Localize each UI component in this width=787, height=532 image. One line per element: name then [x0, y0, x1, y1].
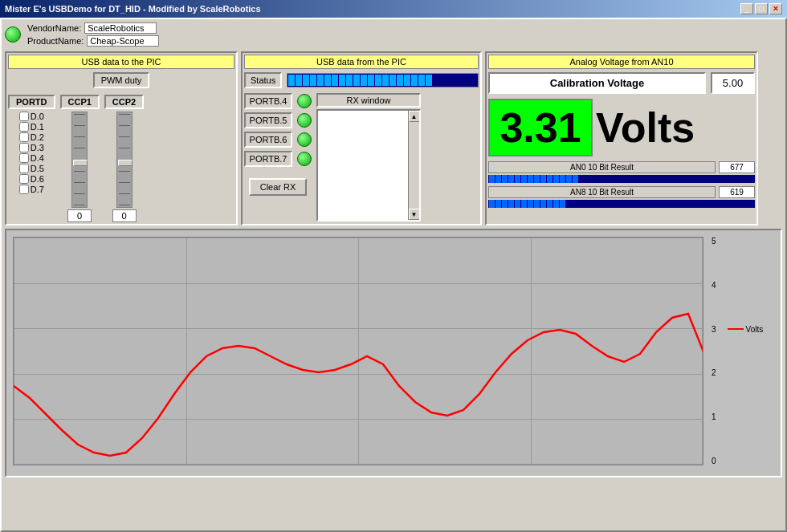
an0-seg-1: [495, 175, 501, 183]
usb-to-pic-panel: USB data to the PIC PWM duty PORTD D.0: [5, 51, 238, 225]
ccp2-slider-thumb[interactable]: [118, 160, 133, 166]
ccp2-tick-1: [119, 114, 130, 115]
progress-seg-19: [426, 75, 432, 86]
chart-wrapper: [13, 237, 703, 465]
y-label-0: 0: [712, 457, 763, 465]
top-info: VendorName: ScaleRobotics ProductName: C…: [5, 22, 782, 47]
portb5-led: [297, 113, 312, 128]
ccp1-slider-thumb[interactable]: [73, 160, 88, 166]
rx-scrollbar: ▲ ▼: [408, 111, 419, 220]
port-section: PORTD D.0 D.1 D.2: [8, 95, 234, 222]
portd-d3-checkbox[interactable]: [19, 143, 29, 152]
an0-seg-7: [534, 175, 540, 183]
an8-seg-1: [495, 200, 501, 208]
minimize-button[interactable]: _: [740, 3, 753, 14]
portd-d1-checkbox[interactable]: [19, 122, 29, 132]
an8-seg-7: [534, 200, 540, 208]
portd-d2-checkbox[interactable]: [19, 132, 29, 142]
progress-seg-8: [346, 75, 353, 86]
vendor-name-value: ScaleRobotics: [84, 22, 157, 34]
portd-d5-checkbox[interactable]: [19, 164, 29, 173]
progress-seg-6: [332, 75, 338, 86]
progress-seg-3: [310, 75, 316, 86]
progress-segments: [287, 74, 433, 87]
window-title: Mister E's USBDemo for DT_HID - Modified…: [5, 4, 261, 14]
an0-seg-13: [573, 175, 578, 183]
chart-inner: [13, 237, 703, 465]
ccp2-tick-6: [119, 171, 130, 172]
portd-checkboxes: D.0 D.1 D.2 D.3: [19, 112, 44, 194]
clear-rx-button[interactable]: Clear RX: [249, 178, 308, 196]
an8-label: AN8 10 Bit Result: [488, 186, 716, 198]
portb7-led: [297, 152, 312, 166]
progress-seg-18: [418, 75, 425, 86]
close-button[interactable]: ✕: [769, 3, 782, 14]
portb-section: PORTB.4 PORTB.5 PORTB.6 PORTB.7: [244, 93, 312, 167]
ccp1-group: CCP1: [60, 95, 100, 222]
calib-row: Calibration Voltage 5.00: [488, 72, 755, 94]
rx-window[interactable]: ▲ ▼: [316, 109, 421, 221]
status-row: Status: [244, 72, 479, 88]
portd-d1-row: D.1: [19, 122, 44, 132]
ccp1-slider-track[interactable]: [71, 112, 88, 208]
portd-d0-label: D.0: [31, 112, 44, 121]
portd-d4-label: D.4: [31, 153, 44, 163]
portb6-row: PORTB.6: [244, 132, 312, 148]
ccp1-tick-1: [74, 114, 85, 115]
ccp1-label: CCP1: [60, 95, 100, 109]
portd-d7-checkbox[interactable]: [19, 185, 29, 194]
chart-container: 5 4 3 Volts 2 1 0: [5, 229, 782, 477]
voltage-display: 3.31 Volts: [488, 99, 755, 156]
portd-d6-checkbox[interactable]: [19, 174, 29, 184]
portb4-row: PORTB.4: [244, 93, 312, 109]
maximize-button[interactable]: □: [755, 3, 768, 14]
ccp2-group: CCP2: [104, 95, 144, 222]
progress-seg-12: [375, 75, 381, 86]
ccp2-tick-8: [119, 193, 130, 194]
waveform-svg: [14, 238, 703, 465]
portb7-label: PORTB.7: [244, 151, 292, 167]
portd-d0-checkbox[interactable]: [19, 112, 29, 121]
usb-from-pic-header: USB data from the PIC: [244, 55, 479, 69]
an0-progress-bar: [488, 175, 755, 183]
analog-panel-header: Analog Voltage from AN10: [488, 55, 755, 69]
ccp2-tick-9: [119, 205, 130, 205]
an0-seg-4: [515, 175, 520, 183]
progress-seg-15: [397, 75, 403, 86]
an8-seg-0: [489, 200, 495, 208]
scrollbar-down-button[interactable]: ▼: [409, 209, 420, 220]
an8-value: 619: [719, 186, 755, 198]
an8-seg-10: [553, 200, 559, 208]
ccp1-tick-2: [74, 125, 85, 126]
window-controls: _ □ ✕: [740, 3, 782, 14]
portd-d6-label: D.6: [31, 174, 44, 184]
ccp2-slider-track[interactable]: [116, 112, 133, 208]
y-label-1: 1: [712, 412, 763, 421]
an8-result-row: AN8 10 Bit Result 619: [488, 186, 755, 198]
portd-d3-row: D.3: [19, 143, 44, 152]
progress-seg-10: [361, 75, 367, 86]
portd-d4-checkbox[interactable]: [19, 153, 29, 163]
progress-seg-1: [296, 75, 302, 86]
voltage-number: 3.31: [488, 99, 593, 156]
an8-seg-2: [502, 200, 508, 208]
analog-panel: Analog Voltage from AN10 Calibration Vol…: [485, 51, 758, 225]
portb5-row: PORTB.5: [244, 112, 312, 128]
portd-d0-row: D.0: [19, 112, 44, 121]
calib-label: Calibration Voltage: [488, 72, 706, 94]
product-name-value: Cheap-Scope: [87, 35, 159, 47]
ccp2-tick-2: [119, 125, 130, 126]
y-label-5: 5: [712, 237, 763, 246]
scrollbar-up-button[interactable]: ▲: [409, 111, 420, 122]
progress-seg-4: [317, 75, 324, 86]
ccp2-tick-3: [119, 136, 130, 137]
rx-window-label: RX window: [316, 93, 421, 108]
y-label-4: 4: [712, 281, 763, 290]
portd-d7-row: D.7: [19, 185, 44, 194]
y-axis-labels: 5 4 3 Volts 2 1 0: [708, 237, 766, 465]
portd-label: PORTD: [8, 95, 55, 109]
an0-seg-8: [540, 175, 546, 183]
ccp1-tick-8: [74, 193, 85, 194]
ccp2-tick-4: [119, 148, 130, 148]
ccp2-value: 0: [112, 209, 137, 222]
